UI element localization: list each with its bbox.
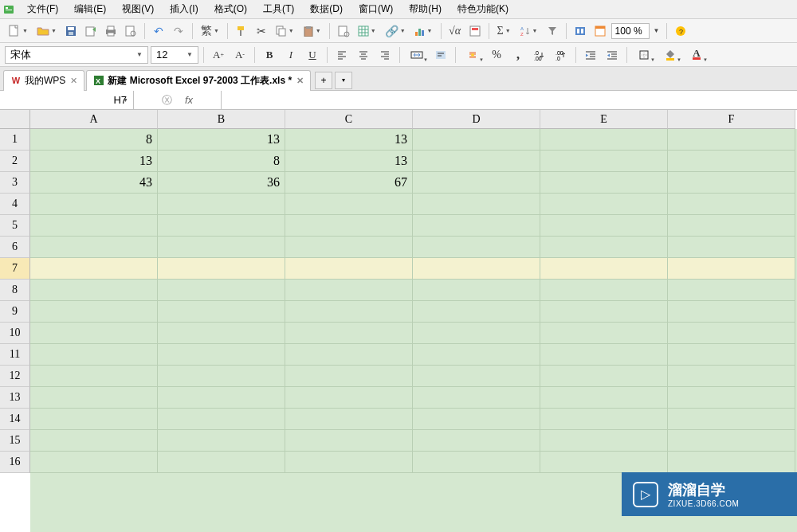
help-button[interactable]: ? [672, 22, 689, 40]
font-name-select[interactable]: 宋体▼ [5, 46, 148, 64]
cancel-formula-icon[interactable]: ⓧ [162, 93, 172, 108]
font-size-select[interactable]: 12▼ [151, 46, 198, 64]
formula-button[interactable]: √α [446, 22, 464, 40]
chart-button[interactable]: ▼ [411, 22, 436, 40]
menu-data[interactable]: 数据(D) [302, 1, 351, 18]
cell-C16[interactable] [285, 452, 413, 473]
cell-C7[interactable] [285, 258, 413, 280]
filter-button[interactable] [544, 22, 561, 40]
cell-C4[interactable] [285, 194, 413, 215]
undo-button[interactable]: ↶ [150, 22, 167, 40]
cell-F9[interactable] [668, 301, 795, 323]
row-header-1[interactable]: 1 [0, 129, 30, 151]
decrease-indent-button[interactable] [581, 46, 600, 64]
cell-E11[interactable] [540, 344, 668, 366]
row-header-11[interactable]: 11 [0, 344, 30, 366]
column-header-C[interactable]: C [285, 110, 413, 129]
cell-D2[interactable] [413, 151, 540, 172]
column-header-F[interactable]: F [668, 110, 795, 129]
cell-A12[interactable] [30, 366, 158, 387]
cell-E7[interactable] [540, 258, 668, 280]
borders-button[interactable]: ▼ [632, 46, 656, 64]
align-left-button[interactable] [332, 46, 351, 64]
cell-D5[interactable] [413, 215, 540, 237]
redo-button[interactable]: ↷ [170, 22, 187, 40]
formula-input[interactable] [222, 91, 797, 109]
wrap-button[interactable] [431, 46, 450, 64]
row-header-3[interactable]: 3 [0, 172, 30, 194]
cell-D8[interactable] [413, 280, 540, 301]
menu-view[interactable]: 视图(V) [114, 1, 162, 18]
save-button[interactable] [62, 22, 80, 40]
cell-C2[interactable]: 13 [285, 151, 413, 172]
close-icon[interactable]: ✕ [296, 76, 304, 86]
column-header-A[interactable]: A [30, 110, 158, 129]
cell-B8[interactable] [158, 280, 285, 301]
tab-menu-button[interactable]: ▾ [335, 72, 352, 89]
cell-A1[interactable]: 8 [30, 129, 158, 151]
cell-E4[interactable] [540, 194, 668, 215]
cell-F8[interactable] [668, 280, 795, 301]
comma-button[interactable]: , [508, 46, 528, 64]
cell-C9[interactable] [285, 301, 413, 323]
print-button[interactable] [102, 22, 120, 40]
cell-B2[interactable]: 8 [158, 151, 285, 172]
cell-D6[interactable] [413, 237, 540, 258]
cell-B9[interactable] [158, 301, 285, 323]
cell-F2[interactable] [668, 151, 795, 172]
cell-C15[interactable] [285, 430, 413, 452]
menu-edit[interactable]: 编辑(E) [66, 1, 114, 18]
cell-F7[interactable] [668, 258, 795, 280]
find-button[interactable] [335, 22, 352, 40]
cell-A5[interactable] [30, 215, 158, 237]
cell-E8[interactable] [540, 280, 668, 301]
menu-window[interactable]: 窗口(W) [351, 1, 401, 18]
cell-D10[interactable] [413, 323, 540, 344]
cell-E15[interactable] [540, 430, 668, 452]
percent-button[interactable]: % [487, 46, 506, 64]
cell-A16[interactable] [30, 452, 158, 473]
cell-C10[interactable] [285, 323, 413, 344]
cell-A4[interactable] [30, 194, 158, 215]
cell-D3[interactable] [413, 172, 540, 194]
cell-C1[interactable]: 13 [285, 129, 413, 151]
cell-C12[interactable] [285, 366, 413, 387]
cut-button[interactable]: ✂ [253, 22, 270, 40]
cell-A2[interactable]: 13 [30, 151, 158, 172]
row-header-8[interactable]: 8 [0, 280, 30, 301]
cell-A9[interactable] [30, 301, 158, 323]
tab-my-wps[interactable]: W 我的WPS ✕ [3, 70, 84, 91]
menu-help[interactable]: 帮助(H) [401, 1, 450, 18]
new-button[interactable]: ▼ [5, 22, 31, 40]
decrease-decimal-button[interactable]: .00.0 [552, 46, 571, 64]
italic-button[interactable]: I [281, 46, 300, 64]
close-icon[interactable]: ✕ [70, 76, 77, 86]
sum-button[interactable]: Σ▼ [494, 22, 514, 40]
menu-tools[interactable]: 工具(T) [255, 1, 302, 18]
cell-F15[interactable] [668, 430, 795, 452]
cell-D7[interactable] [413, 258, 540, 280]
cell-C3[interactable]: 67 [285, 172, 413, 194]
symbol-button[interactable] [466, 22, 484, 40]
cell-B3[interactable]: 36 [158, 172, 285, 194]
row-header-10[interactable]: 10 [0, 323, 30, 344]
zoom-input[interactable]: 100 % [611, 23, 650, 39]
cell-E10[interactable] [540, 323, 668, 344]
row-header-13[interactable]: 13 [0, 387, 30, 409]
cell-A13[interactable] [30, 387, 158, 409]
cell-D13[interactable] [413, 387, 540, 409]
cell-F13[interactable] [668, 387, 795, 409]
cell-E5[interactable] [540, 215, 668, 237]
tab-workbook[interactable]: X 新建 Microsoft Excel 97-2003 工作表.xls * ✕ [86, 70, 311, 91]
select-all-corner[interactable] [0, 110, 30, 129]
cell-F14[interactable] [668, 409, 795, 430]
cell-B15[interactable] [158, 430, 285, 452]
increase-indent-button[interactable] [603, 46, 622, 64]
traditional-button[interactable]: 繁▼ [198, 22, 222, 40]
cell-D11[interactable] [413, 344, 540, 366]
view-button[interactable] [571, 22, 589, 40]
cell-D12[interactable] [413, 366, 540, 387]
menu-features[interactable]: 特色功能(K) [450, 1, 516, 18]
cell-D4[interactable] [413, 194, 540, 215]
format-painter-button[interactable] [233, 22, 250, 40]
